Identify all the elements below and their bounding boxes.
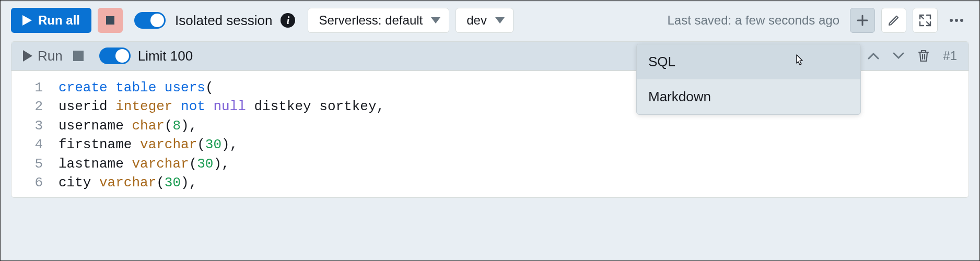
editor-line[interactable]: 6city varchar(30), xyxy=(11,173,969,192)
menu-item-sql[interactable]: SQL xyxy=(637,44,860,79)
last-saved-text: Last saved: a few seconds ago xyxy=(667,13,839,28)
editor-line[interactable]: 3username char(8), xyxy=(11,116,969,135)
top-toolbar: Run all Isolated session i Serverless: d… xyxy=(1,1,979,41)
workgroup-dropdown[interactable]: Serverless: default xyxy=(308,8,449,33)
code-content[interactable]: city varchar(30), xyxy=(59,173,197,192)
svg-point-4 xyxy=(955,19,958,22)
expand-icon xyxy=(918,14,932,27)
chevron-down-icon xyxy=(893,52,904,60)
svg-point-3 xyxy=(950,19,953,22)
svg-marker-0 xyxy=(22,15,32,26)
cursor-pointer-icon xyxy=(791,52,808,68)
cell-index: #1 xyxy=(943,49,957,63)
toggle-knob xyxy=(150,14,164,27)
move-cell-down-button[interactable] xyxy=(890,47,907,65)
line-number: 6 xyxy=(11,173,59,192)
toggle-knob xyxy=(115,49,129,63)
isolated-session-label: Isolated session xyxy=(175,13,272,29)
database-dropdown[interactable]: dev xyxy=(456,8,514,33)
isolated-session-toggle[interactable] xyxy=(134,12,166,29)
stop-icon xyxy=(106,16,114,25)
line-number: 4 xyxy=(11,135,59,154)
menu-item-label: SQL xyxy=(648,54,675,69)
code-content[interactable]: create table users( xyxy=(59,78,213,97)
ellipsis-icon xyxy=(949,18,964,22)
code-content[interactable]: firstname varchar(30), xyxy=(59,135,238,154)
workgroup-value: Serverless: default xyxy=(319,13,423,28)
pencil-icon xyxy=(888,14,900,27)
svg-marker-1 xyxy=(431,17,440,23)
limit-toggle[interactable] xyxy=(99,48,131,64)
run-all-label: Run all xyxy=(38,13,80,28)
fullscreen-button[interactable] xyxy=(913,8,938,33)
line-number: 2 xyxy=(11,97,59,116)
edit-button[interactable] xyxy=(881,8,906,33)
svg-marker-2 xyxy=(495,17,505,23)
code-content[interactable]: userid integer not null distkey sortkey, xyxy=(59,97,384,116)
svg-point-5 xyxy=(960,19,963,22)
play-icon xyxy=(23,50,32,62)
cell-run-label: Run xyxy=(38,48,63,64)
delete-cell-button[interactable] xyxy=(915,47,932,65)
add-cell-button[interactable] xyxy=(850,8,875,33)
chevron-up-icon xyxy=(868,52,879,60)
code-content[interactable]: username char(8), xyxy=(59,116,197,135)
database-value: dev xyxy=(466,13,487,28)
caret-down-icon xyxy=(495,17,505,23)
play-icon xyxy=(22,15,32,26)
add-cell-menu: SQL Markdown xyxy=(636,44,861,115)
line-number: 1 xyxy=(11,78,59,97)
cell-stop-button[interactable] xyxy=(73,51,84,61)
more-options-button[interactable] xyxy=(944,8,969,33)
cell-run-button[interactable]: Run xyxy=(23,48,63,64)
limit-label: Limit 100 xyxy=(138,48,193,64)
svg-marker-6 xyxy=(23,50,32,62)
line-number: 5 xyxy=(11,155,59,173)
plus-icon xyxy=(856,14,869,27)
caret-down-icon xyxy=(431,17,440,23)
menu-item-label: Markdown xyxy=(648,89,711,104)
run-all-button[interactable]: Run all xyxy=(11,8,91,33)
move-cell-up-button[interactable] xyxy=(865,47,882,65)
editor-line[interactable]: 4firstname varchar(30), xyxy=(11,135,969,154)
line-number: 3 xyxy=(11,116,59,135)
trash-icon xyxy=(917,49,930,63)
code-content[interactable]: lastname varchar(30), xyxy=(59,155,230,173)
stop-all-button[interactable] xyxy=(98,8,123,33)
info-icon[interactable]: i xyxy=(281,13,295,28)
editor-line[interactable]: 5lastname varchar(30), xyxy=(11,155,969,173)
menu-item-markdown[interactable]: Markdown xyxy=(637,79,860,114)
